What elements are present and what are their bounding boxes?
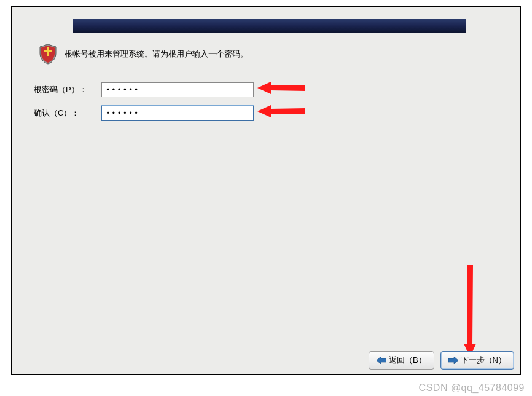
confirm-password-input[interactable]: [101, 106, 254, 121]
annotation-arrow-icon: [257, 103, 305, 122]
svg-marker-2: [257, 82, 305, 94]
installer-window: 根帐号被用来管理系统。请为根用户输入一个密码。 根密码（P）： 确认（C）：: [11, 6, 521, 375]
confirm-row: 确认（C）：: [34, 105, 254, 121]
annotation-arrow-icon: [461, 265, 479, 359]
intro-text: 根帐号被用来管理系统。请为根用户输入一个密码。: [65, 49, 248, 60]
annotation-arrow-icon: [257, 79, 305, 98]
root-password-input[interactable]: [101, 82, 254, 97]
svg-marker-4: [464, 265, 476, 357]
svg-marker-6: [448, 357, 458, 364]
back-button[interactable]: 返回（B）: [369, 351, 434, 370]
password-row: 根密码（P）：: [34, 82, 254, 98]
intro-row: 根帐号被用来管理系统。请为根用户输入一个密码。: [39, 44, 248, 65]
root-password-form: 根密码（P）： 确认（C）：: [34, 82, 254, 129]
svg-rect-1: [44, 50, 52, 52]
back-button-label: 返回（B）: [389, 355, 426, 366]
arrow-right-icon: [448, 357, 458, 364]
confirm-label: 确认（C）：: [34, 108, 101, 119]
svg-marker-5: [377, 357, 386, 364]
next-button[interactable]: 下一步（N）: [440, 351, 514, 370]
banner-bar: [73, 19, 466, 33]
next-button-label: 下一步（N）: [461, 355, 506, 366]
watermark-text: CSDN @qq_45784099: [419, 382, 525, 394]
arrow-left-icon: [377, 357, 386, 364]
svg-marker-3: [257, 105, 305, 117]
shield-icon: [39, 44, 57, 65]
password-label: 根密码（P）：: [34, 84, 101, 95]
wizard-button-bar: 返回（B） 下一步（N）: [369, 351, 514, 370]
